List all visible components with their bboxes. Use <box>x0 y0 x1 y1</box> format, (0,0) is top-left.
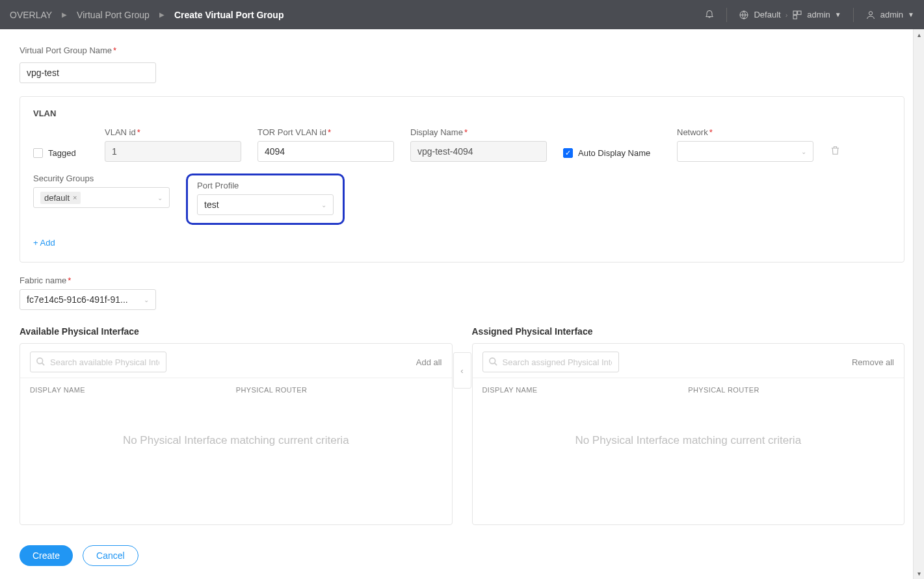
col-display-name: DISPLAY NAME <box>30 386 236 394</box>
main-form: Virtual Port Group Name VLAN Tagged VLAN… <box>0 29 924 579</box>
vpg-name-input[interactable] <box>20 62 156 83</box>
globe-icon <box>739 10 749 20</box>
delete-row-button[interactable] <box>830 145 841 158</box>
transfer-divider: ‹ <box>453 326 472 525</box>
footer: Create Cancel <box>0 535 913 579</box>
available-empty-msg: No Physical Interface matching current c… <box>20 402 452 480</box>
chevron-left-icon: ‹ <box>460 366 463 376</box>
project-icon <box>792 10 802 20</box>
vpg-name-label: Virtual Port Group Name <box>20 45 116 55</box>
create-button[interactable]: Create <box>20 545 73 566</box>
auto-display-checkbox[interactable]: Auto Display Name <box>563 148 661 158</box>
svg-rect-1 <box>793 11 797 14</box>
breadcrumb-root[interactable]: OVERLAY <box>10 10 52 20</box>
network-select[interactable]: ⌄ <box>677 141 813 162</box>
fabric-label: Fabric name <box>20 276 71 285</box>
tagged-label: Tagged <box>48 148 76 158</box>
assigned-title: Assigned Physical Interface <box>472 326 905 337</box>
user-menu[interactable]: admin ▼ <box>865 10 914 20</box>
cancel-button[interactable]: Cancel <box>83 545 139 566</box>
chevron-right-icon: › <box>785 11 788 19</box>
scope-selector[interactable]: Default › admin ▼ <box>739 10 841 20</box>
available-title: Available Physical Interface <box>20 326 453 337</box>
assigned-panel: Assigned Physical Interface Remove all D… <box>472 326 905 525</box>
search-assigned-input[interactable] <box>482 352 619 372</box>
available-panel: Available Physical Interface Add all DIS… <box>20 326 453 525</box>
search-icon <box>36 357 46 368</box>
security-groups-select[interactable]: default × ⌄ <box>33 187 170 208</box>
top-bar: OVERLAY ▶ Virtual Port Group ▶ Create Vi… <box>0 0 924 29</box>
port-profile-label: Port Profile <box>197 181 334 190</box>
scope-default-label: Default <box>754 10 780 19</box>
security-group-tag: default × <box>40 192 81 204</box>
vlan-id-label: VLAN id <box>105 127 241 137</box>
svg-rect-3 <box>793 15 797 18</box>
transfer-left-button[interactable]: ‹ <box>453 352 471 389</box>
chevron-right-icon: ▶ <box>159 11 165 18</box>
col-physical-router: PHYSICAL ROUTER <box>688 386 894 394</box>
display-name-label: Display Name <box>410 127 547 137</box>
topbar-right: Default › admin ▼ admin ▼ <box>704 8 914 22</box>
security-groups-label: Security Groups <box>33 174 170 183</box>
display-name-input <box>410 141 547 162</box>
user-icon <box>865 10 876 20</box>
tagged-checkbox[interactable]: Tagged <box>33 148 88 158</box>
separator <box>726 8 727 22</box>
caret-down-icon: ⌄ <box>157 194 163 201</box>
vlan-id-input <box>105 141 241 162</box>
add-vlan-button[interactable]: + Add <box>33 238 55 248</box>
svg-point-6 <box>489 358 495 364</box>
checkbox-icon <box>33 148 43 158</box>
port-profile-value: test <box>204 199 219 210</box>
scroll-up-icon[interactable]: ▴ <box>914 29 924 40</box>
port-profile-select[interactable]: test ⌄ <box>197 194 334 215</box>
port-profile-highlight: Port Profile test ⌄ <box>186 174 345 225</box>
caret-down-icon: ⌄ <box>321 201 326 209</box>
col-display-name: DISPLAY NAME <box>482 386 689 394</box>
vlan-card: VLAN Tagged VLAN id TOR Port VLAN id <box>20 96 904 263</box>
breadcrumb-level1[interactable]: Virtual Port Group <box>77 10 150 20</box>
caret-down-icon: ⌄ <box>801 148 806 155</box>
scrollbar[interactable]: ▴ ▾ <box>913 29 924 579</box>
search-available-input[interactable] <box>30 352 166 372</box>
add-all-button[interactable]: Add all <box>416 357 442 367</box>
col-physical-router: PHYSICAL ROUTER <box>236 386 442 394</box>
svg-point-5 <box>37 358 43 364</box>
breadcrumb: OVERLAY ▶ Virtual Port Group ▶ Create Vi… <box>10 10 284 20</box>
caret-down-icon: ▼ <box>835 11 841 18</box>
svg-rect-2 <box>798 11 801 14</box>
svg-point-4 <box>869 11 872 14</box>
auto-display-label: Auto Display Name <box>578 148 650 158</box>
breadcrumb-current: Create Virtual Port Group <box>174 10 284 20</box>
remove-all-button[interactable]: Remove all <box>852 357 894 367</box>
user-label: admin <box>880 10 903 19</box>
network-label: Network <box>677 127 813 137</box>
fabric-select[interactable]: fc7e14c5-91c6-491f-91... ⌄ <box>20 289 156 310</box>
search-icon <box>488 357 498 368</box>
scope-admin-label: admin <box>807 10 830 19</box>
chevron-right-icon: ▶ <box>62 11 67 18</box>
caret-down-icon: ⌄ <box>144 296 149 303</box>
tag-label: default <box>44 193 70 203</box>
caret-down-icon: ▼ <box>908 11 914 18</box>
tag-remove-icon[interactable]: × <box>73 194 77 201</box>
tor-port-input[interactable] <box>257 141 394 162</box>
vlan-title: VLAN <box>33 109 891 118</box>
scroll-down-icon[interactable]: ▾ <box>914 568 924 579</box>
separator <box>853 8 854 22</box>
assigned-empty-msg: No Physical Interface matching current c… <box>473 402 904 480</box>
bell-icon[interactable] <box>704 8 715 21</box>
fabric-value: fc7e14c5-91c6-491f-91... <box>27 294 128 305</box>
checkbox-checked-icon <box>563 148 573 158</box>
tor-port-label: TOR Port VLAN id <box>257 127 394 137</box>
trash-icon <box>830 145 841 156</box>
